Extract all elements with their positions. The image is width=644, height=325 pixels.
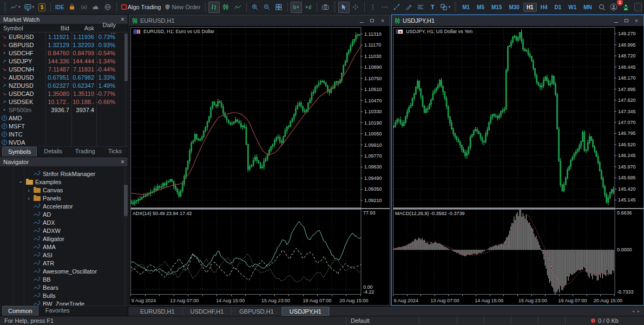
chevron-right-icon[interactable]: › [26, 196, 31, 201]
tab-ticks[interactable]: Ticks [102, 146, 128, 157]
indicator-pane[interactable]: 0.66360.0000-0.7333 MACD(12,26,9) -0.358… [393, 209, 643, 295]
minimize-button[interactable] [358, 17, 366, 24]
chevron-down-icon[interactable]: ▾ [32, 5, 35, 9]
chart-window-usdjpy[interactable]: USDJPY,H1 × 149.270148.995148.720148.445… [391, 15, 644, 306]
adx-indicator-chart[interactable]: 77.930.00-4.22 [130, 209, 390, 295]
market-watch-row[interactable]: ↘AUDUSD0.679510.679821.33% [0, 73, 128, 81]
tree-item-bulls[interactable]: Bulls [0, 291, 128, 300]
shapes-button[interactable]: ▾ [439, 2, 452, 13]
algo-trading-button[interactable]: Algo Trading [120, 2, 163, 13]
tab-common[interactable]: Common [2, 306, 38, 316]
market-watch-row[interactable]: ↘USDCAD1.350801.35110-0.77% [0, 89, 128, 98]
window-titlebar[interactable]: USDJPY,H1 × [392, 15, 643, 26]
tree-item-bb[interactable]: BB [0, 275, 128, 283]
macd-indicator-chart[interactable]: 0.66360.0000-0.7333 [393, 209, 643, 295]
status-profile[interactable]: Default [346, 316, 419, 325]
search-button[interactable] [596, 2, 608, 13]
scroll-right-icon[interactable]: ▸ [638, 309, 640, 314]
market-watch-scrollbar[interactable] [124, 32, 128, 146]
market-watch-row[interactable]: ↘USDCNH7.114877.11831-0.44% [0, 65, 128, 73]
market-watch-row[interactable]: iNVDA [0, 138, 128, 146]
screenshot-button[interactable] [320, 2, 331, 13]
tree-item-atr[interactable]: ATR [0, 259, 128, 267]
navigator-scrollbar[interactable] [124, 166, 128, 306]
toolbar-grip[interactable] [455, 2, 456, 12]
cloud-button[interactable] [90, 2, 102, 13]
scroll-left-icon[interactable]: ◂ [632, 309, 634, 314]
new-chart-button[interactable]: ▾ [9, 2, 22, 13]
market-button[interactable] [67, 2, 78, 13]
chart-tab-usdjpy-h1[interactable]: USDJPY,H1 [282, 307, 330, 316]
market-watch-row[interactable]: ↗NZDUSD0.623270.623471.49% [0, 81, 128, 89]
timeframe-mn[interactable]: MN [580, 3, 595, 12]
bar-chart-mode-button[interactable] [208, 2, 220, 13]
eurusd-candlestick-chart[interactable]: 1.113101.111701.110301.108901.107501.106… [130, 27, 390, 208]
navigator-header[interactable]: Navigator × [0, 157, 128, 166]
market-watch-column-headers[interactable]: Symbol Bid Ask Daily ... [0, 24, 128, 32]
signals-button[interactable]: (a) [78, 2, 90, 13]
chart-profiles-button[interactable]: ▾ [23, 2, 36, 13]
deposit-button[interactable]: $ [36, 2, 48, 13]
scrollbar-thumb[interactable] [124, 185, 128, 216]
close-icon[interactable]: × [121, 17, 124, 22]
tree-item-awesome-oscillator[interactable]: Awesome_Oscillator [0, 267, 128, 275]
tree-item-adx[interactable]: ADX [0, 218, 128, 226]
timeframe-m30[interactable]: M30 [505, 3, 522, 12]
timeframe-w1[interactable]: W1 [565, 3, 580, 12]
tree-item-alligator[interactable]: Alligator [0, 235, 128, 243]
tree-item-bears[interactable]: Bears [0, 283, 128, 291]
tab-trading[interactable]: Trading [69, 146, 101, 157]
tree-item-bw-zonetrade[interactable]: BW_ZoneTrade [0, 300, 128, 306]
chevron-down-icon[interactable]: › [18, 179, 24, 185]
timeframe-m1[interactable]: M1 [459, 3, 473, 12]
chevron-right-icon[interactable]: › [26, 187, 31, 193]
market-watch-row[interactable]: ↘EURUSD1.119211.119360.73% [0, 32, 128, 41]
zoom-out-button[interactable] [261, 2, 273, 13]
vps-button[interactable] [102, 2, 114, 13]
chevron-down-icon[interactable]: ▾ [18, 5, 21, 9]
timeframe-h1[interactable]: H1 [523, 3, 537, 12]
chart-tab-gbpusd-h1[interactable]: GBPUSD,H1 [232, 307, 282, 316]
tree-item-panels[interactable]: ›Panels [0, 194, 128, 202]
tree-item-asi[interactable]: ASI [0, 251, 128, 259]
line-chart-mode-button[interactable] [232, 2, 244, 13]
market-watch-row[interactable]: iINTC [0, 130, 128, 138]
timeframe-m5[interactable]: M5 [474, 3, 488, 12]
timeframe-m15[interactable]: M15 [488, 3, 505, 12]
channel-button[interactable] [403, 2, 415, 13]
market-watch-row[interactable]: ↗USDSEK10.172..10.188..-0.66% [0, 98, 128, 106]
tree-item-adxw[interactable]: ADXW [0, 226, 128, 235]
tree-item-accelerator[interactable]: Accelerator [0, 202, 128, 210]
maximize-button[interactable] [622, 17, 630, 24]
minimize-button[interactable] [612, 17, 620, 24]
candlestick-mode-button[interactable] [220, 2, 232, 13]
close-icon[interactable]: × [121, 159, 124, 165]
chart-tab-usdchf-h1[interactable]: USDCHF,H1 [183, 307, 232, 316]
tree-item-examples[interactable]: ›Examples [0, 178, 128, 186]
toolbar-search-input[interactable] [634, 3, 642, 11]
chart-shift-button[interactable] [303, 2, 314, 13]
cursor-button[interactable] [338, 2, 350, 13]
toolbar-grip[interactable] [4, 2, 6, 12]
auto-scroll-button[interactable] [291, 2, 302, 13]
chart-window-eurusd[interactable]: EURUSD,H1 × 1.113101.111701.110301.10890… [129, 15, 390, 306]
market-watch-row[interactable]: •USDCHF0.847600.84799-0.54% [0, 49, 128, 57]
market-watch-row[interactable]: iMSFT [0, 122, 128, 130]
chart-tab-eurusd-h1[interactable]: EURUSD,H1 [133, 307, 183, 316]
close-button[interactable]: × [632, 17, 641, 24]
scrollbar-thumb[interactable] [124, 34, 128, 81]
market-watch-row[interactable]: ↗USDJPY144.336144.444-1.34% [0, 57, 128, 65]
metaeditor-button[interactable]: IDE [54, 2, 66, 13]
new-order-button[interactable]: New Order [163, 2, 202, 13]
toolbar-grip[interactable] [334, 2, 336, 12]
fibonacci-button[interactable] [415, 2, 426, 13]
tab-details[interactable]: Details [38, 146, 68, 157]
horizontal-line-button[interactable] [379, 2, 391, 13]
close-button[interactable]: × [378, 17, 387, 24]
zoom-in-button[interactable] [249, 2, 261, 13]
chevron-down-icon[interactable]: ▾ [449, 5, 451, 9]
trendline-button[interactable] [391, 2, 403, 13]
tab-symbols[interactable]: Symbols [2, 147, 37, 157]
tile-windows-button[interactable] [273, 2, 285, 13]
maximize-button[interactable] [368, 17, 377, 24]
